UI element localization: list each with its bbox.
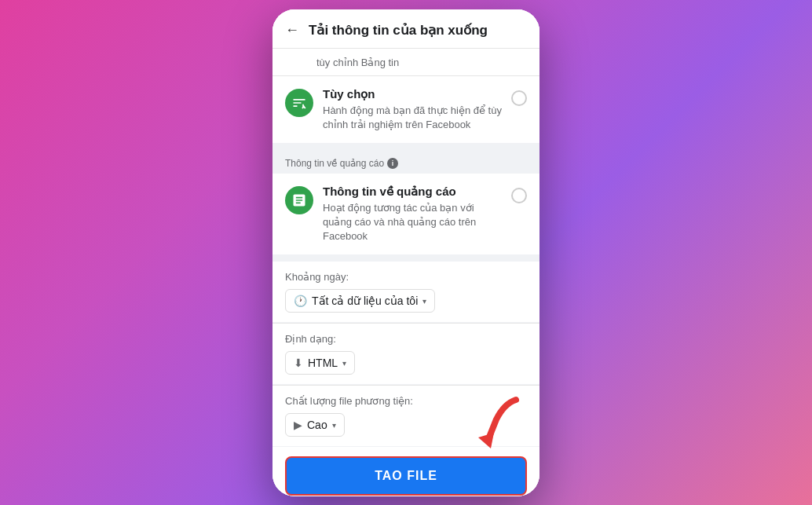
- tuy-chon-title: Tùy chọn: [323, 87, 502, 101]
- tuy-chon-card[interactable]: Tùy chọn Hành động mà bạn đã thực hiện đ…: [272, 76, 540, 143]
- clock-icon: 🕐: [294, 295, 307, 307]
- play-icon: ▶: [294, 419, 302, 431]
- quang-cao-section-header: Thông tin về quảng cáo i: [272, 150, 540, 174]
- chat-luong-select[interactable]: ▶ Cao ▾: [285, 413, 345, 437]
- tao-file-button[interactable]: TAO FILE: [285, 456, 527, 496]
- truncated-item: tùy chỉnh Bảng tin: [272, 49, 540, 75]
- tao-file-section: TAO FILE: [272, 447, 540, 496]
- quang-cao-header-label: Thông tin về quảng cáo: [285, 158, 384, 169]
- dinh-dang-select[interactable]: ⬇ HTML ▾: [285, 351, 355, 375]
- khoang-ngay-arrow: ▾: [422, 297, 426, 306]
- quang-cao-card[interactable]: Thông tin về quảng cáo Hoạt động tương t…: [272, 174, 540, 255]
- quang-cao-radio[interactable]: [511, 188, 527, 203]
- tuy-chon-radio[interactable]: [511, 90, 527, 106]
- khoang-ngay-select[interactable]: 🕐 Tất cả dữ liệu của tôi ▾: [285, 289, 435, 313]
- chat-luong-section: Chất lượng file phương tiện: ▶ Cao ▾: [272, 386, 540, 446]
- download-icon: ⬇: [294, 357, 303, 369]
- tuy-chon-desc: Hành động mà bạn đã thực hiện để tùy chỉ…: [323, 104, 502, 132]
- chat-luong-label: Chất lượng file phương tiện:: [285, 395, 527, 407]
- page-title: Tải thông tin của bạn xuống: [309, 22, 488, 38]
- quang-cao-icon: [285, 186, 313, 214]
- khoang-ngay-value: Tất cả dữ liệu của tôi: [312, 295, 418, 307]
- tuy-chon-text: Tùy chọn Hành động mà bạn đã thực hiện đ…: [323, 87, 502, 132]
- dinh-dang-arrow: ▾: [342, 359, 346, 368]
- chat-luong-value: Cao: [307, 419, 327, 431]
- dinh-dang-label: Định dạng:: [285, 333, 527, 345]
- quang-cao-text: Thông tin về quảng cáo Hoạt động tương t…: [323, 185, 502, 244]
- khoang-ngay-label: Khoảng ngày:: [285, 271, 527, 283]
- screen: ← Tải thông tin của bạn xuống tùy chỉnh …: [272, 9, 540, 496]
- quang-cao-desc: Hoạt động tương tác của bạn với quảng cá…: [323, 201, 502, 244]
- divider-1: [272, 144, 540, 150]
- content-area: tùy chỉnh Bảng tin Tùy chọn Hành động mà…: [272, 49, 540, 496]
- info-icon[interactable]: i: [387, 158, 398, 169]
- phone-frame: ← Tải thông tin của bạn xuống tùy chỉnh …: [272, 9, 540, 496]
- truncated-text: tùy chỉnh Bảng tin: [316, 57, 399, 68]
- khoang-ngay-section: Khoảng ngày: 🕐 Tất cả dữ liệu của tôi ▾: [272, 262, 540, 322]
- header: ← Tải thông tin của bạn xuống: [272, 9, 540, 49]
- quang-cao-title: Thông tin về quảng cáo: [323, 185, 502, 199]
- tuy-chon-icon: [285, 89, 313, 117]
- back-button[interactable]: ←: [285, 22, 299, 38]
- chat-luong-arrow: ▾: [332, 421, 336, 430]
- divider-2: [272, 255, 540, 262]
- dinh-dang-value: HTML: [308, 357, 338, 369]
- dinh-dang-section: Định dạng: ⬇ HTML ▾: [272, 324, 540, 384]
